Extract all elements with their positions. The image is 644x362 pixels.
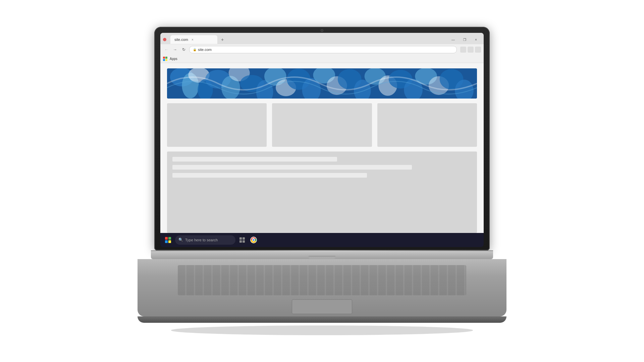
laptop-bottom-edge bbox=[138, 316, 506, 323]
chrome-icon bbox=[250, 236, 257, 244]
bookmark-icon-2 bbox=[468, 47, 474, 53]
form-area bbox=[167, 152, 477, 233]
apps-grid-icon bbox=[163, 57, 168, 61]
address-input[interactable]: 🔒 site.com bbox=[189, 46, 457, 53]
new-tab-button[interactable]: + bbox=[219, 36, 226, 43]
bookmark-area bbox=[460, 47, 481, 53]
taskbar-search-icon: 🔍 bbox=[178, 238, 183, 242]
address-text: site.com bbox=[198, 48, 212, 52]
start-button[interactable] bbox=[163, 235, 173, 245]
card-2 bbox=[272, 103, 372, 147]
tab-bar: site.com × + — ❐ × bbox=[160, 33, 484, 44]
hinge-notch bbox=[309, 256, 335, 258]
bookmark-icon-1 bbox=[460, 47, 466, 53]
tab-close-button[interactable]: × bbox=[192, 38, 194, 42]
apps-dot-blue bbox=[163, 59, 165, 61]
svg-rect-29 bbox=[243, 240, 245, 243]
laptop-base bbox=[151, 250, 493, 259]
laptop-lid: site.com × + — ❐ × ← → ↻ 🔒 bbox=[154, 27, 490, 250]
hero-pattern-svg bbox=[167, 68, 477, 99]
screen-bezel: site.com × + — ❐ × ← → ↻ 🔒 bbox=[160, 33, 484, 247]
apps-dot-green bbox=[165, 57, 167, 59]
task-view-button[interactable] bbox=[237, 235, 247, 245]
forward-button[interactable]: → bbox=[172, 46, 178, 53]
traffic-dot-red bbox=[163, 38, 166, 41]
win-logo-yellow bbox=[168, 240, 171, 243]
keyboard-area bbox=[138, 259, 506, 316]
camera bbox=[321, 29, 323, 32]
form-line-1 bbox=[172, 157, 337, 162]
apps-dot-red bbox=[163, 57, 165, 59]
bookmark-icon-3 bbox=[475, 47, 481, 53]
bookmarks-bar: Apps bbox=[160, 55, 484, 63]
svg-point-32 bbox=[253, 239, 255, 241]
refresh-button[interactable]: ↻ bbox=[180, 46, 187, 53]
apps-label: Apps bbox=[170, 57, 177, 61]
cards-row bbox=[167, 103, 477, 147]
trackpad[interactable] bbox=[292, 299, 352, 314]
form-line-3 bbox=[172, 173, 367, 178]
card-1 bbox=[167, 103, 267, 147]
windows-logo bbox=[165, 237, 171, 243]
taskbar-search[interactable]: 🔍 Type here to search bbox=[175, 235, 235, 245]
win-logo-blue bbox=[165, 240, 168, 243]
browser-chrome: site.com × + — ❐ × ← → ↻ 🔒 bbox=[160, 33, 484, 63]
restore-button[interactable]: ❐ bbox=[460, 37, 470, 43]
back-button[interactable]: ← bbox=[163, 46, 170, 53]
laptop-container: site.com × + — ❐ × ← → ↻ 🔒 bbox=[138, 27, 506, 335]
keyboard-keys bbox=[178, 265, 466, 295]
traffic-lights bbox=[163, 38, 166, 41]
close-button[interactable]: × bbox=[471, 37, 481, 43]
apps-dot-yellow bbox=[165, 59, 167, 61]
address-bar-row: ← → ↻ 🔒 site.com bbox=[160, 44, 484, 55]
taskbar: 🔍 Type here to search bbox=[160, 233, 484, 247]
form-line-2 bbox=[172, 165, 412, 170]
svg-rect-26 bbox=[239, 237, 242, 240]
tab-title: site.com bbox=[174, 38, 188, 42]
svg-rect-28 bbox=[239, 240, 242, 243]
webpage-content bbox=[160, 63, 484, 233]
chrome-taskbar-icon[interactable] bbox=[249, 235, 258, 245]
svg-rect-27 bbox=[243, 237, 245, 240]
hero-banner bbox=[167, 68, 477, 99]
drop-shadow bbox=[171, 325, 473, 335]
active-tab[interactable]: site.com × bbox=[170, 35, 217, 44]
lock-icon: 🔒 bbox=[193, 48, 197, 51]
minimize-button[interactable]: — bbox=[448, 37, 458, 43]
task-view-icon bbox=[239, 237, 245, 243]
win-logo-green bbox=[168, 237, 171, 240]
window-controls: — ❐ × bbox=[448, 37, 481, 43]
card-3 bbox=[377, 103, 477, 147]
taskbar-search-placeholder: Type here to search bbox=[185, 238, 218, 242]
win-logo-red bbox=[165, 237, 168, 240]
